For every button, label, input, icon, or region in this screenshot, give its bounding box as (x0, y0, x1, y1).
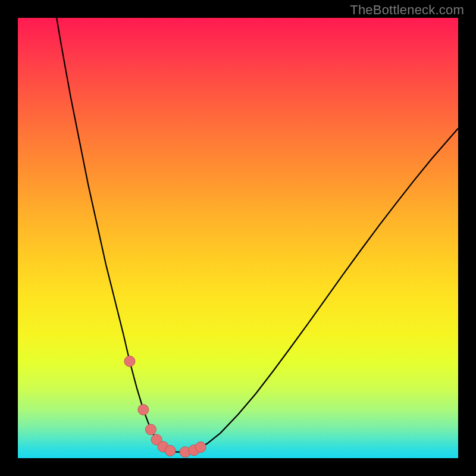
chart-frame: TheBottleneck.com (0, 0, 476, 476)
watermark-text: TheBottleneck.com (350, 2, 464, 18)
chart-svg (18, 18, 458, 458)
marker-point (138, 405, 149, 415)
chart-plot-area (18, 18, 458, 458)
marker-point (124, 356, 135, 367)
marker-point (165, 445, 176, 456)
highlighted-points (124, 356, 206, 457)
marker-point (145, 424, 156, 435)
marker-point (195, 442, 206, 453)
bottleneck-curve (57, 18, 458, 452)
